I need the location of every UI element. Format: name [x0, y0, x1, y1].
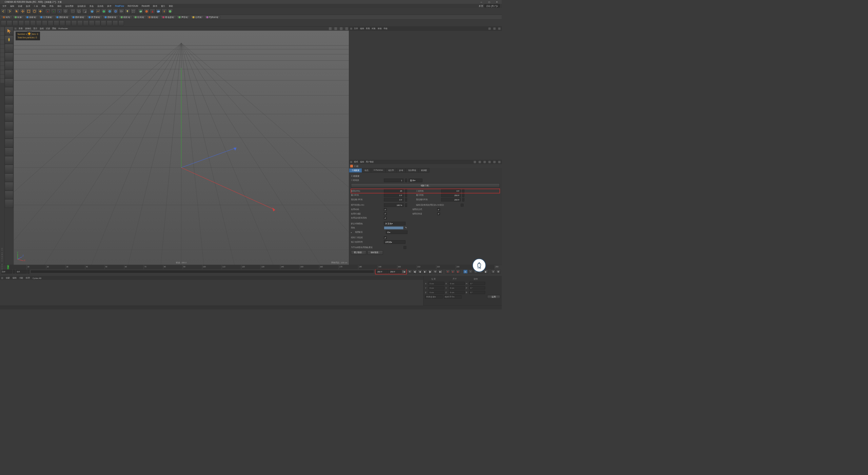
panel-icon[interactable]	[493, 27, 496, 30]
menu-character[interactable]: 角色	[88, 4, 95, 8]
sec-btn[interactable]	[101, 20, 106, 26]
clip-dropdown[interactable]: 中 ▾	[386, 230, 408, 234]
qr-button[interactable]: QR	[156, 8, 161, 14]
spinner[interactable]	[462, 198, 465, 201]
menu-tools[interactable]: 工具	[32, 4, 40, 8]
scale-tool[interactable]	[26, 8, 31, 14]
sec-btn[interactable]	[36, 20, 41, 26]
vp-menu-item[interactable]: 摄像机	[25, 27, 31, 30]
timeline-ruler[interactable]: 0102030405060708090100110120130140150160…	[7, 265, 495, 269]
palette-cell[interactable]	[5, 61, 13, 70]
tab-ref[interactable]: 参考	[397, 168, 406, 173]
shelf-chip[interactable]: 胶囊体域	[86, 15, 102, 19]
pos-y[interactable]: 0 cm	[429, 286, 444, 289]
grip-icon[interactable]	[350, 27, 352, 30]
redshift-button[interactable]	[150, 8, 155, 14]
prevmin-field[interactable]: 0 F	[384, 198, 403, 201]
mode-btn[interactable]	[0, 40, 4, 44]
menu-redshift[interactable]: Redshift	[140, 4, 151, 7]
defcolor-dropdown[interactable]: 灰蓝色 ▾	[384, 222, 406, 225]
spinner[interactable]	[405, 179, 407, 182]
sec-btn[interactable]	[24, 20, 30, 26]
gen-checkbox[interactable]: ✔	[384, 212, 387, 215]
move-tool[interactable]	[20, 8, 25, 14]
palette-cell[interactable]	[5, 199, 13, 208]
cube-primitive[interactable]	[90, 8, 95, 14]
panel-icon[interactable]	[484, 161, 486, 163]
sec-btn[interactable]	[113, 20, 118, 26]
panel-icon[interactable]	[498, 161, 500, 163]
vp-nav-icon[interactable]	[345, 27, 348, 30]
key-scale-button[interactable]: ▫	[468, 270, 473, 274]
x-axis-lock[interactable]: X	[45, 8, 51, 14]
mat-menu[interactable]: 功能	[19, 277, 23, 280]
rot-p[interactable]: 0 °	[469, 286, 485, 289]
tl-settings-button[interactable]: ⚙	[496, 270, 500, 274]
sec-btn[interactable]	[89, 20, 94, 26]
vp-nav-icon[interactable]	[329, 27, 332, 30]
minimize-button[interactable]: ─	[477, 0, 485, 4]
sec-btn[interactable]	[1, 20, 6, 26]
palette-cell[interactable]	[5, 53, 13, 61]
main-menu-bar[interactable]: 文件 编辑 创建 选择 工具 网格 样条 体积 运动图形 运动跟踪 角色 流水线…	[0, 4, 502, 8]
shelf-chip[interactable]: 声音域	[176, 15, 190, 19]
min-field[interactable]: 0 F	[384, 193, 403, 197]
om-menu[interactable]: 对象	[372, 27, 376, 30]
sec-btn[interactable]	[71, 20, 77, 26]
color-swatch[interactable]	[384, 226, 403, 229]
play-back-button[interactable]: ◀	[418, 270, 422, 274]
mode-btn[interactable]	[0, 61, 4, 65]
light[interactable]	[125, 8, 130, 14]
sec-btn[interactable]	[54, 20, 59, 26]
tab-xp[interactable]: X-Particles	[371, 168, 386, 173]
grip-icon[interactable]	[350, 161, 352, 163]
palette-cell[interactable]	[5, 35, 13, 44]
lod-field[interactable]: 100 %	[384, 203, 403, 207]
sec-btn[interactable]	[65, 20, 71, 26]
grip-icon[interactable]	[1, 277, 3, 279]
range-end-field[interactable]: 250 F	[389, 270, 399, 273]
spinner[interactable]	[386, 270, 388, 273]
mode-btn[interactable]	[0, 44, 4, 49]
rot-b[interactable]: 0 °	[469, 291, 485, 294]
vp-menu-item[interactable]: 选项	[40, 27, 44, 30]
menu-tracking[interactable]: 运动跟踪	[76, 4, 87, 8]
spinner[interactable]	[405, 193, 407, 197]
spinner[interactable]	[13, 270, 15, 273]
menu-plugins[interactable]: 插件	[106, 4, 113, 8]
projlen-field[interactable]: 0 F	[441, 189, 461, 193]
unit-dropdown[interactable]: 厘米 ▾	[409, 179, 422, 182]
shelf-chip[interactable]: 转为	[1, 15, 12, 19]
mode-btn[interactable]	[0, 36, 4, 40]
om-menu[interactable]: 书签	[383, 27, 388, 30]
autokey-button[interactable]: ◈	[451, 270, 455, 274]
select-tool[interactable]	[14, 8, 20, 14]
am-menu[interactable]: 模式	[354, 160, 358, 163]
palette-cell[interactable]	[5, 104, 13, 113]
anim-checkbox[interactable]: ✔	[384, 208, 387, 211]
scale-field[interactable]: 1	[384, 179, 403, 182]
coord-system[interactable]	[63, 8, 68, 14]
sec-btn[interactable]	[48, 20, 53, 26]
panel-icon[interactable]	[493, 161, 496, 163]
mat-menu[interactable]: Cycles 4D	[33, 277, 41, 279]
palette-cell[interactable]	[5, 96, 13, 104]
loop-button[interactable]: ↻	[408, 270, 412, 274]
shelf-chip[interactable]: 随机域	[146, 15, 160, 19]
menu-pipeline[interactable]: 流水线	[96, 4, 105, 8]
options-button[interactable]: ≡	[491, 270, 495, 274]
range-end-b[interactable]: 250 F	[376, 270, 386, 273]
palette-cell[interactable]	[5, 165, 13, 173]
menu-mograph[interactable]: 运动图形	[63, 4, 75, 8]
vp-menu-item[interactable]: 显示	[33, 27, 37, 30]
goto-end-button[interactable]: ▶|	[438, 270, 442, 274]
mode-btn[interactable]	[0, 70, 4, 74]
realflow-button[interactable]	[161, 8, 167, 14]
prevmax-field[interactable]: 250 F	[441, 198, 461, 201]
shelf-chip[interactable]: 公式域	[190, 15, 204, 19]
close-button[interactable]: ✕	[493, 0, 501, 4]
om-menu[interactable]: 标签	[378, 27, 382, 30]
size-x[interactable]: 0 cm	[449, 282, 465, 285]
shelf-chip[interactable]: 看色器域	[160, 15, 176, 19]
perspective-viewport[interactable]: Number of emitters: 0 Total live particl…	[14, 31, 349, 265]
